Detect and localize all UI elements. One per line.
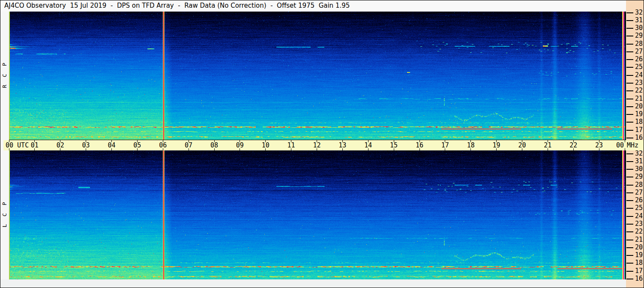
freq-tick-label: 25 [635, 205, 643, 211]
freq-tick [626, 12, 633, 13]
time-tick-label: 05 [131, 142, 144, 149]
time-tick-label: 06 [156, 142, 169, 149]
bottom-margin [0, 279, 626, 288]
time-tick-label: 02 [54, 142, 67, 149]
time-tick-label: 01 [28, 142, 41, 149]
aj4co-dps-display: AJ4CO Observatory 15 Jul 2019 - DPS on T… [0, 0, 644, 288]
freq-tick-label: 25 [635, 64, 643, 70]
freq-tick [626, 216, 633, 217]
freq-tick [626, 44, 633, 45]
freq-tick [626, 67, 633, 68]
page-title: AJ4CO Observatory 15 Jul 2019 - DPS on T… [4, 2, 350, 9]
freq-tick [626, 36, 633, 36]
freq-tick [626, 59, 633, 60]
freq-tick [626, 271, 633, 272]
time-tick [625, 148, 625, 150]
time-tick-label: 11 [285, 142, 298, 149]
time-tick-label: 19 [490, 142, 503, 149]
freq-tick-label: 29 [635, 33, 643, 39]
freq-tick-label: 16 [635, 276, 643, 282]
freq-tick-label: 17 [635, 268, 643, 274]
freq-unit-label: MHz [627, 142, 638, 149]
freq-tick-label: 21 [635, 96, 643, 102]
freq-tick [626, 255, 633, 256]
freq-tick-label: 27 [635, 48, 643, 55]
freq-tick-label: 24 [635, 213, 643, 219]
freq-tick [626, 185, 633, 186]
freq-tick [626, 122, 633, 123]
freq-tick-label: 19 [635, 111, 643, 117]
time-tick-label: 13 [336, 142, 349, 149]
panel-label-rcp: R C P [1, 53, 8, 96]
freq-tick [626, 200, 633, 201]
freq-tick [626, 247, 633, 248]
spectrogram-lcp [9, 150, 625, 279]
freq-tick-label: 20 [635, 103, 643, 110]
freq-tick-label: 18 [635, 260, 643, 266]
freq-tick [626, 224, 633, 225]
freq-tick [626, 177, 633, 177]
time-tick-label: 18 [464, 142, 477, 149]
freq-tick [626, 99, 633, 99]
freq-tick [626, 240, 633, 240]
time-tick-label: 16 [413, 142, 426, 149]
time-tick-label: 17 [439, 142, 452, 149]
time-tick [625, 140, 625, 142]
freq-tick [626, 90, 633, 91]
freq-tick-label: 21 [635, 237, 643, 243]
freq-tick [626, 51, 633, 52]
freq-tick-label: 32 [635, 150, 643, 157]
time-tick-label: 08 [208, 142, 221, 149]
freq-tick [626, 192, 633, 193]
time-tick-label: 00 UTC [6, 142, 29, 149]
freq-tick [626, 231, 633, 232]
time-tick-label: 21 [541, 142, 554, 149]
freq-tick [626, 161, 633, 162]
freq-tick-label: 18 [635, 119, 643, 125]
freq-tick-label: 23 [635, 80, 643, 86]
freq-tick-label: 31 [635, 158, 643, 165]
freq-tick [626, 20, 633, 21]
freq-tick [626, 263, 633, 264]
freq-tick [626, 114, 633, 115]
time-tick-label: 22 [567, 142, 580, 149]
freq-tick [626, 75, 633, 76]
freq-tick-label: 19 [635, 252, 643, 258]
freq-tick [626, 130, 633, 131]
time-tick-label: 04 [105, 142, 118, 149]
time-tick-label: 14 [362, 142, 374, 149]
freq-tick-label: 29 [635, 174, 643, 180]
freq-tick-label: 17 [635, 127, 643, 133]
time-tick-label: 20 [516, 142, 529, 149]
freq-tick [626, 106, 633, 107]
freq-tick-label: 30 [635, 166, 643, 172]
freq-tick-label: 26 [635, 56, 643, 63]
freq-tick [626, 153, 633, 154]
freq-tick-label: 31 [635, 17, 643, 24]
time-tick-label: 07 [182, 142, 195, 149]
freq-tick [626, 208, 633, 209]
time-tick-label: 00 [608, 142, 624, 149]
freq-tick [626, 169, 633, 170]
freq-tick-label: 22 [635, 228, 643, 235]
freq-tick [626, 279, 633, 279]
time-tick-label: 23 [593, 142, 605, 149]
freq-tick-label: 23 [635, 221, 643, 227]
time-tick-label: 10 [259, 142, 272, 149]
spectrogram-rcp [9, 12, 625, 140]
time-tick-label: 15 [387, 142, 400, 149]
panel-label-lcp: L C P [1, 192, 8, 235]
freq-tick-label: 26 [635, 197, 643, 204]
freq-tick [626, 138, 633, 138]
freq-tick-label: 22 [635, 87, 643, 94]
time-tick-label: 12 [311, 142, 323, 149]
time-axis: MHz 00 UTC010203040506070809101112131415… [3, 140, 644, 150]
freq-tick-label: 32 [635, 9, 643, 16]
freq-tick-label: 20 [635, 244, 643, 251]
freq-tick-label: 30 [635, 25, 643, 31]
freq-tick-label: 27 [635, 189, 643, 196]
freq-tick-label: 28 [635, 182, 643, 188]
freq-tick-label: 28 [635, 41, 643, 47]
time-tick-label: 09 [234, 142, 246, 149]
freq-tick [626, 28, 633, 29]
